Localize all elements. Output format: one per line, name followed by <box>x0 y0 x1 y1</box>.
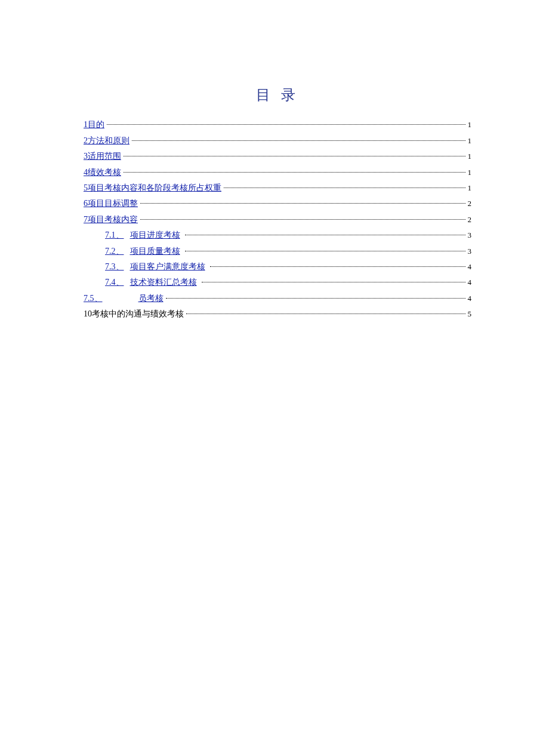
toc-entry: 7.3、项目客户满意度考核4 <box>105 260 471 273</box>
toc-entry: 5项目考核内容和各阶段考核所占权重1 <box>84 182 471 195</box>
toc-page-number: 1 <box>468 119 472 131</box>
toc-entry: 7.2、项目质量考核3 <box>105 245 471 258</box>
toc-leader-dots <box>140 211 465 220</box>
toc-entry: 4绩效考核1 <box>84 166 471 179</box>
toc-leader-dots <box>140 195 465 204</box>
toc-page-number: 3 <box>468 245 472 258</box>
toc-entry: 2方法和原则1 <box>84 134 471 147</box>
toc-leader-dots <box>132 132 465 141</box>
toc-link[interactable]: 6项目目标调整 <box>84 199 138 208</box>
toc-page-number: 4 <box>468 293 472 305</box>
toc-page-number: 4 <box>468 261 472 273</box>
toc-page-number: 1 <box>468 135 472 147</box>
toc-link[interactable]: 1目的 <box>84 120 104 129</box>
toc-subnum[interactable]: 7.4、 <box>105 278 124 287</box>
toc-page-number: 5 <box>468 308 472 321</box>
toc-link[interactable]: 2方法和原则 <box>84 136 129 145</box>
toc-link[interactable]: 4绩效考核 <box>84 168 121 177</box>
toc-leader-dots <box>185 242 465 251</box>
toc-leader-dots <box>210 258 465 267</box>
toc-link[interactable]: 技术资料汇总考核 <box>130 278 197 287</box>
toc-entry: 1目的1 <box>84 118 471 131</box>
toc-subnum[interactable]: 7.1、 <box>105 231 124 239</box>
toc-leader-dots <box>124 164 465 173</box>
toc-page-number: 3 <box>468 229 472 242</box>
toc-leader-dots <box>186 305 465 314</box>
toc-link[interactable]: 7项目考核内容 <box>84 215 138 224</box>
toc-link[interactable]: 员考核 <box>138 294 164 303</box>
toc-entry: 6项目目标调整2 <box>84 197 471 210</box>
toc-leader-dots <box>185 226 465 235</box>
toc-page-number: 2 <box>468 214 472 226</box>
toc-entry: 10考核中的沟通与绩效考核5 <box>84 308 471 321</box>
toc-leader-dots <box>107 116 465 125</box>
toc-entry: 7.4、技术资料汇总考核4 <box>105 276 471 289</box>
toc-text: 10考核中的沟通与绩效考核 <box>84 309 184 318</box>
toc-subnum[interactable]: 7.2、 <box>105 247 124 256</box>
toc-page-number: 1 <box>468 167 472 179</box>
toc-entry: 7.5、员考核4 <box>84 292 471 305</box>
toc-entry: 7.1、项目进度考核3 <box>105 229 471 242</box>
toc-page-number: 1 <box>468 150 472 163</box>
toc-link[interactable]: 5项目考核内容和各阶段考核所占权重 <box>84 183 221 192</box>
toc-link[interactable]: 项目进度考核 <box>130 231 180 239</box>
toc-leader-dots <box>202 273 465 282</box>
toc-link[interactable]: 项目客户满意度考核 <box>130 262 205 271</box>
toc-link[interactable]: 项目质量考核 <box>130 247 180 256</box>
toc-entry: 7项目考核内容2 <box>84 213 471 226</box>
toc-leader-dots <box>124 147 465 156</box>
document-page: 目 录 1目的12方法和原则13适用范围14绩效考核15项目考核内容和各阶段考核… <box>0 0 549 321</box>
toc-link[interactable]: 3适用范围 <box>84 152 121 161</box>
toc-page-number: 4 <box>468 276 472 289</box>
toc-subnum[interactable]: 7.5、 <box>84 294 103 303</box>
toc-title: 目 录 <box>84 84 471 106</box>
toc-entry: 3适用范围1 <box>84 150 471 163</box>
table-of-contents: 1目的12方法和原则13适用范围14绩效考核15项目考核内容和各阶段考核所占权重… <box>84 118 471 321</box>
toc-page-number: 1 <box>468 182 472 195</box>
toc-page-number: 2 <box>468 198 472 210</box>
toc-subnum[interactable]: 7.3、 <box>105 262 124 271</box>
toc-leader-dots <box>166 290 465 299</box>
toc-leader-dots <box>224 179 465 188</box>
